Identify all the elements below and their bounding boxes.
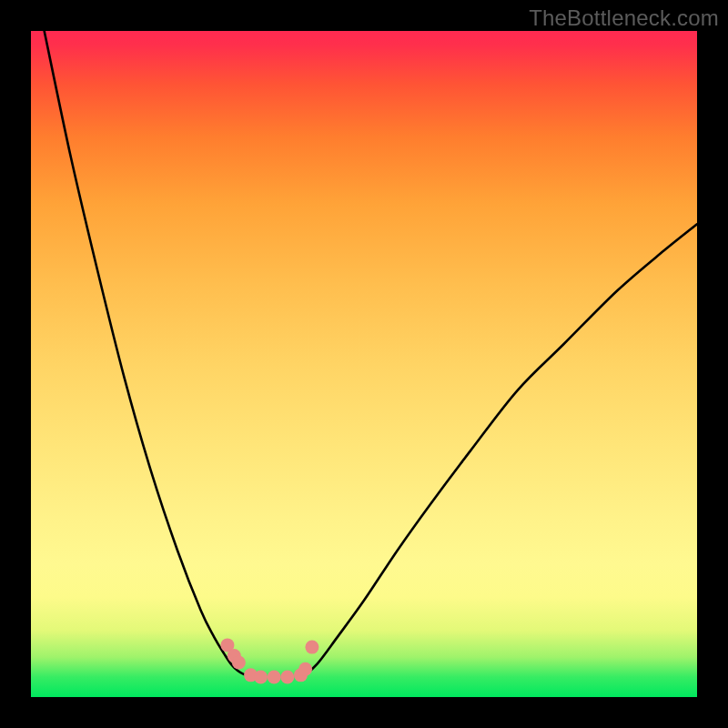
data-point (268, 671, 281, 684)
plot-area (31, 31, 697, 697)
data-point (298, 662, 312, 676)
watermark-text: TheBottleneck.com (529, 5, 719, 31)
data-point (254, 671, 268, 684)
chart-frame: TheBottleneck.com (0, 0, 728, 728)
data-point (305, 641, 318, 654)
data-point (232, 655, 246, 669)
data-points (31, 31, 697, 697)
data-point (280, 671, 294, 684)
